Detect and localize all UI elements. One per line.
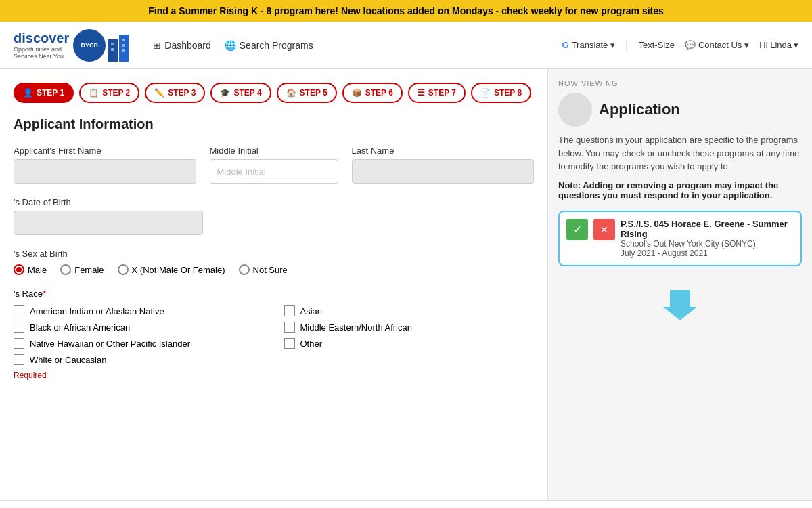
right-header: Application bbox=[558, 93, 802, 127]
step-7-button[interactable]: ☰ STEP 7 bbox=[408, 83, 466, 103]
main-layout: 👤 STEP 1 📋 STEP 2 ✏️ STEP 3 🎓 STEP 4 🏠 S… bbox=[0, 69, 812, 500]
middle-eastern-checkbox[interactable] bbox=[284, 322, 295, 333]
race-other[interactable]: Other bbox=[284, 338, 535, 349]
svg-marker-7 bbox=[663, 290, 697, 320]
step-1-icon: 👤 bbox=[23, 88, 33, 98]
native-hawaiian-checkbox[interactable] bbox=[14, 338, 24, 349]
announcement-banner: Find a Summer Rising K - 8 program here!… bbox=[0, 0, 812, 22]
svg-rect-3 bbox=[111, 48, 114, 51]
x-radio-button[interactable] bbox=[118, 264, 129, 275]
divider: | bbox=[625, 39, 628, 51]
logo-buildings-icon bbox=[108, 29, 133, 62]
program-dates: July 2021 - August 2021 bbox=[621, 249, 794, 258]
dob-group: 's Date of Birth bbox=[14, 197, 203, 235]
name-row: Applicant's First Name Middle Initial La… bbox=[14, 146, 534, 184]
left-panel: 👤 STEP 1 📋 STEP 2 ✏️ STEP 3 🎓 STEP 4 🏠 S… bbox=[0, 69, 548, 500]
program-remove-button[interactable]: ✕ bbox=[593, 219, 615, 240]
middle-initial-input[interactable] bbox=[210, 159, 338, 184]
female-radio-button[interactable] bbox=[60, 264, 71, 275]
dob-input[interactable] bbox=[14, 211, 203, 235]
step-3-button[interactable]: ✏️ STEP 3 bbox=[145, 83, 205, 103]
black-african-checkbox[interactable] bbox=[14, 322, 24, 333]
last-name-label: Last Name bbox=[352, 146, 535, 156]
program-name: P.S./I.S. 045 Horace E. Greene - Summer … bbox=[621, 219, 794, 239]
first-name-label: Applicant's First Name bbox=[14, 146, 196, 156]
user-dropdown-icon: ▾ bbox=[794, 40, 798, 50]
globe-icon: 🌐 bbox=[225, 40, 236, 51]
sex-notsure-option[interactable]: Not Sure bbox=[239, 264, 288, 275]
application-avatar bbox=[558, 93, 592, 127]
svg-rect-6 bbox=[122, 49, 125, 52]
sex-x-option[interactable]: X (Not Male Or Female) bbox=[118, 264, 225, 275]
right-panel: NOW VIEWING Application The questions in… bbox=[548, 69, 812, 500]
notsure-radio-button[interactable] bbox=[239, 264, 250, 275]
sex-radio-group: Male Female X (Not Male Or Female) Not S… bbox=[14, 264, 534, 275]
program-info: P.S./I.S. 045 Horace E. Greene - Summer … bbox=[621, 219, 794, 258]
program-card: ✓ ✕ P.S./I.S. 045 Horace E. Greene - Sum… bbox=[558, 211, 802, 266]
bottom-bar: 's application Save and Continue Later B… bbox=[0, 500, 812, 508]
now-viewing-label: NOW VIEWING bbox=[558, 79, 802, 87]
asian-checkbox[interactable] bbox=[284, 305, 295, 316]
race-options-grid: American Indian or Alaskan Native Asian … bbox=[14, 305, 534, 365]
header-right: G Translate ▾ | Text-Size 💬 Contact Us ▾… bbox=[562, 39, 798, 51]
race-middle-eastern[interactable]: Middle Eastern/North African bbox=[284, 322, 535, 333]
svg-rect-5 bbox=[122, 44, 125, 47]
step-6-button[interactable]: 📦 STEP 6 bbox=[342, 83, 403, 103]
last-name-input[interactable] bbox=[352, 159, 535, 184]
contact-dropdown-icon: ▾ bbox=[744, 40, 749, 50]
american-indian-checkbox[interactable] bbox=[14, 305, 24, 316]
race-native-hawaiian[interactable]: Native Hawaiian or Other Pacific Islande… bbox=[14, 338, 264, 349]
first-name-input[interactable] bbox=[14, 159, 196, 184]
step-3-icon: ✏️ bbox=[154, 88, 164, 98]
race-black-african[interactable]: Black or African American bbox=[14, 322, 264, 333]
header: discover Opportunities and Services Near… bbox=[0, 22, 812, 69]
logo-area: discover Opportunities and Services Near… bbox=[14, 29, 133, 62]
step-6-icon: 📦 bbox=[352, 88, 362, 98]
step-5-button[interactable]: 🏠 STEP 5 bbox=[277, 83, 337, 103]
translate-button[interactable]: G Translate ▾ bbox=[562, 40, 616, 50]
step-2-button[interactable]: 📋 STEP 2 bbox=[79, 83, 139, 103]
text-size-control[interactable]: Text-Size bbox=[639, 40, 675, 50]
step-1-button[interactable]: 👤 STEP 1 bbox=[14, 83, 74, 103]
speech-bubble-icon: 💬 bbox=[685, 40, 696, 50]
dob-label: 's Date of Birth bbox=[14, 197, 203, 207]
program-org: School's Out New York City (SONYC) bbox=[621, 239, 794, 249]
step-2-icon: 📋 bbox=[89, 88, 99, 98]
svg-rect-4 bbox=[122, 39, 125, 41]
nav-links: ⊞ Dashboard 🌐 Search Programs bbox=[153, 40, 562, 51]
race-white-caucasian[interactable]: White or Caucasian bbox=[14, 354, 264, 365]
sex-section: 's Sex at Birth Male Female X (Not Male … bbox=[14, 249, 534, 275]
race-american-indian[interactable]: American Indian or Alaskan Native bbox=[14, 305, 264, 316]
dashboard-icon: ⊞ bbox=[153, 40, 161, 51]
program-check-icon: ✓ bbox=[566, 219, 588, 240]
race-required-message: Required bbox=[14, 371, 534, 380]
step-5-icon: 🏠 bbox=[286, 88, 296, 98]
user-menu[interactable]: Hi Linda ▾ bbox=[759, 40, 798, 50]
translate-dropdown-icon: ▾ bbox=[610, 40, 615, 50]
last-name-group: Last Name bbox=[352, 146, 535, 184]
male-radio-button[interactable] bbox=[14, 264, 24, 275]
sex-female-option[interactable]: Female bbox=[60, 264, 104, 275]
other-checkbox[interactable] bbox=[284, 338, 295, 349]
contact-us-button[interactable]: 💬 Contact Us ▾ bbox=[685, 40, 749, 50]
logo-badge: DYCD bbox=[73, 29, 106, 62]
nav-dashboard[interactable]: ⊞ Dashboard bbox=[153, 40, 211, 51]
right-panel-note: Note: Adding or removing a program may i… bbox=[558, 180, 802, 200]
race-label: 's Race* bbox=[14, 289, 534, 299]
sex-label: 's Sex at Birth bbox=[14, 249, 534, 259]
step-4-button[interactable]: 🎓 STEP 4 bbox=[210, 83, 271, 103]
nav-search-programs[interactable]: 🌐 Search Programs bbox=[225, 40, 313, 51]
sex-male-option[interactable]: Male bbox=[14, 264, 47, 275]
logo-tagline2: Services Near You bbox=[14, 53, 69, 60]
middle-initial-group: Middle Initial bbox=[210, 146, 338, 184]
step-4-icon: 🎓 bbox=[220, 88, 230, 98]
google-icon: G bbox=[562, 40, 569, 50]
step-8-button[interactable]: 📄 STEP 8 bbox=[471, 83, 531, 103]
dob-row: 's Date of Birth bbox=[14, 197, 534, 235]
race-asian[interactable]: Asian bbox=[284, 305, 535, 316]
white-caucasian-checkbox[interactable] bbox=[14, 354, 24, 365]
first-name-group: Applicant's First Name bbox=[14, 146, 196, 184]
middle-initial-label: Middle Initial bbox=[210, 146, 338, 156]
right-panel-title: Application bbox=[599, 101, 680, 119]
step-8-icon: 📄 bbox=[480, 88, 491, 98]
